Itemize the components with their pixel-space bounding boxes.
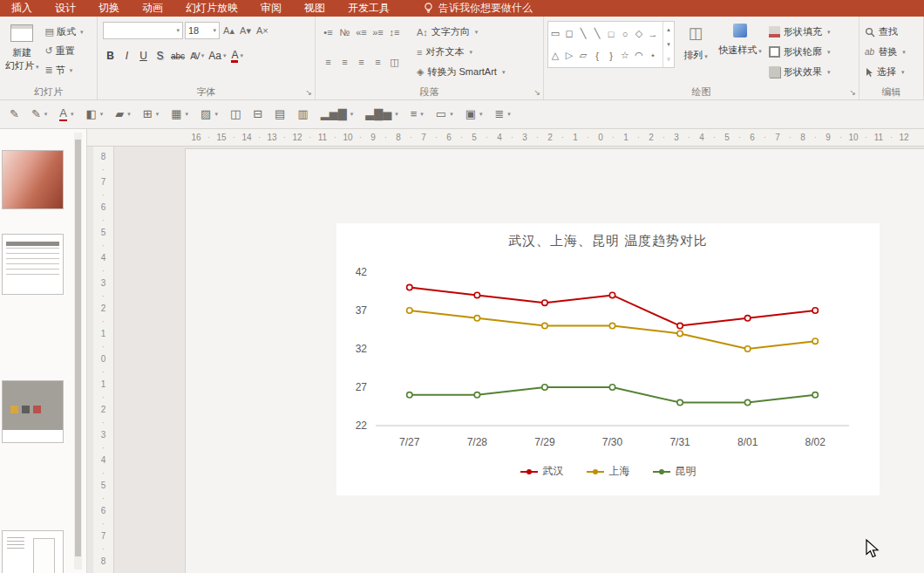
slide-canvas[interactable]: 武汉、上海、昆明 温度趋势对比 22273237427/277/287/297/… (185, 148, 924, 573)
align-objects-tool[interactable]: ≡▾ (405, 106, 429, 123)
bullets-button[interactable]: •≡ (321, 24, 336, 41)
slide-thumbnail-3[interactable] (2, 380, 64, 443)
convert-smartart-button[interactable]: ◈转换为 SmartArt▾ (417, 63, 505, 81)
shape-option-r2-1[interactable]: △ (548, 46, 562, 65)
line-spacing-button[interactable]: ↕≡ (387, 24, 402, 41)
slide-thumbnail-1[interactable] (2, 150, 64, 209)
ribbon-tab-动画[interactable]: 动画 (131, 0, 174, 17)
drawing-dialog-launcher[interactable]: ↘ (849, 89, 856, 97)
gallery-down-icon[interactable]: ▾ (667, 41, 670, 48)
draw-pen-tool[interactable]: ✎▾ (26, 106, 52, 123)
shape-option-r2-4[interactable]: { (590, 46, 604, 65)
indent-decrease-button[interactable]: «≡ (354, 24, 369, 41)
shape-option-r1-2[interactable]: ◻ (562, 24, 576, 44)
shape-effects-label: 形状效果 (784, 65, 822, 78)
align-center-button[interactable]: ≡ (337, 53, 352, 71)
grow-font-button[interactable]: A▴ (221, 22, 236, 39)
shape-option-r1-5[interactable]: □ (604, 24, 618, 44)
underline-button[interactable]: U (136, 47, 151, 65)
ink-color-tool-icon: A (59, 107, 67, 121)
more-tools[interactable]: ≣▾ (489, 106, 515, 123)
ribbon-tab-插入[interactable]: 插入 (0, 0, 44, 17)
insert-chart-tool[interactable]: ▂▅▇▾ (316, 106, 359, 123)
tell-me-box[interactable]: 告诉我你想要做什么 (424, 1, 533, 16)
ribbon-tab-切换[interactable]: 切换 (87, 0, 131, 17)
shape-fill-button[interactable]: 形状填充▾ (769, 23, 831, 41)
ribbon-tab-幻灯片放映[interactable]: 幻灯片放映 (174, 0, 249, 17)
indent-increase-button[interactable]: »≡ (370, 24, 385, 41)
split-cells-tool[interactable]: ⊟ (248, 106, 268, 123)
character-spacing-button[interactable]: AV▾ (188, 47, 205, 65)
align-text-button[interactable]: ≡对齐文本▾ (417, 43, 505, 61)
shape-option-r2-2[interactable]: ▷ (562, 46, 576, 65)
shape-effects-button[interactable]: 形状效果▾ (769, 63, 831, 81)
clear-formatting-button[interactable]: A× (255, 22, 270, 39)
ribbon-tab-开发工具[interactable]: 开发工具 (336, 0, 401, 17)
numbering-button[interactable]: № (337, 24, 352, 41)
dropdown-caret: ▾ (223, 52, 227, 59)
columns-button[interactable]: ◫ (387, 53, 402, 71)
insert-picture-tool[interactable]: ▣▾ (460, 106, 488, 123)
ink-color-tool[interactable]: A▾ (54, 105, 78, 124)
shapes-gallery-scrollbar[interactable]: ▴▾▿ (662, 22, 674, 67)
shape-option-r2-5[interactable]: } (604, 46, 618, 65)
align-left-button[interactable]: ≡ (321, 53, 336, 71)
shape-option-r1-8[interactable]: → (646, 24, 660, 44)
shape-option-r1-4[interactable]: ╲ (590, 24, 604, 44)
italic-button[interactable]: I (119, 47, 134, 65)
shape-option-r1-7[interactable]: ◇ (632, 24, 646, 44)
shape-option-r2-3[interactable]: ▱ (576, 46, 590, 65)
find-button[interactable]: 查找 (865, 23, 923, 41)
font-dialog-launcher[interactable]: ↘ (305, 89, 312, 97)
align-right-button[interactable]: ≡ (354, 53, 369, 71)
text-shadow-button[interactable]: S (153, 47, 167, 65)
temperature-chart[interactable]: 武汉、上海、昆明 温度趋势对比 22273237427/277/287/297/… (336, 223, 880, 495)
shape-option-r2-6[interactable]: ☆ (618, 46, 632, 65)
replace-button[interactable]: ab替换▾ (865, 43, 923, 61)
slide-thumbnail-2[interactable] (2, 234, 64, 295)
ribbon-tab-设计[interactable]: 设计 (44, 0, 87, 17)
align-text-label: 对齐文本 (425, 45, 464, 58)
select-button[interactable]: 选择▾ (865, 63, 923, 81)
text-box-tool[interactable]: ▭▾ (431, 106, 459, 123)
ruler-dot: · (507, 133, 517, 142)
section-button[interactable]: ≣节▾ (45, 62, 84, 78)
gallery-more-icon[interactable]: ▿ (667, 56, 670, 63)
shape-option-r1-6[interactable]: ○ (618, 24, 632, 44)
scrollbar-thumb[interactable] (75, 140, 81, 556)
font-color-button[interactable]: A▾ (229, 47, 245, 65)
shape-option-r2-8[interactable]: ⋆ (646, 46, 660, 65)
shape-option-r2-7[interactable]: ◠ (632, 46, 646, 65)
fill-color-tool[interactable]: ◧▾ (81, 106, 109, 123)
merge-cells-tool[interactable]: ◫ (225, 106, 246, 123)
shape-outline-button[interactable]: 形状轮廓▾ (769, 43, 831, 61)
table-shading-tool[interactable]: ▨▾ (195, 106, 223, 123)
slide-thumbnail-4[interactable] (2, 530, 64, 573)
layout-button[interactable]: ▤版式▾ (45, 24, 84, 40)
font-size-combobox[interactable]: 18▾ (185, 22, 220, 39)
shapes-gallery[interactable]: ▭◻╲╲□○◇→ △▷▱{}☆◠⋆ ▴▾▿ (547, 21, 675, 68)
paragraph-dialog-launcher[interactable]: ↘ (533, 89, 540, 97)
reset-button[interactable]: ↺重置 (45, 43, 84, 59)
change-case-button[interactable]: Aa▾ (207, 47, 228, 65)
chart-style-tool[interactable]: ▃▇▅▾ (360, 106, 404, 123)
highlighter-tool[interactable]: ▰▾ (110, 106, 136, 123)
distribute-columns-tool[interactable]: ▥ (292, 106, 313, 123)
text-direction-button[interactable]: A↕文字方向▾ (417, 23, 505, 41)
shape-option-r1-3[interactable]: ╲ (576, 24, 590, 44)
bold-button[interactable]: B (103, 47, 118, 65)
gallery-up-icon[interactable]: ▴ (667, 26, 670, 33)
table-borders-tool[interactable]: ▦▾ (166, 106, 194, 123)
distribute-rows-tool[interactable]: ▤ (269, 106, 290, 123)
thumbnail-panel-scrollbar[interactable] (74, 133, 82, 570)
ribbon-tab-视图[interactable]: 视图 (293, 0, 336, 17)
font-name-combobox[interactable]: ▾ (103, 22, 183, 39)
insert-table-tool[interactable]: ⊞▾ (138, 106, 164, 123)
shrink-font-button[interactable]: A▾ (238, 22, 253, 39)
strikethrough-button[interactable]: abc (169, 47, 187, 65)
shape-option-r1-1[interactable]: ▭ (548, 24, 562, 44)
new-slide-button[interactable]: 新建 幻灯片▾ (5, 20, 39, 78)
justify-button[interactable]: ≡ (370, 53, 385, 71)
ribbon-tab-审阅[interactable]: 审阅 (249, 0, 293, 17)
select-pen-tool[interactable]: ✎ (4, 106, 24, 123)
